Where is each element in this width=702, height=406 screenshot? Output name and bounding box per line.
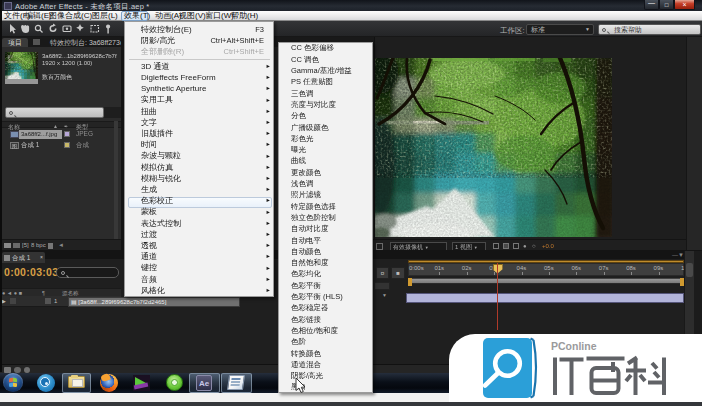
svg-text:PConline: PConline (551, 340, 597, 352)
